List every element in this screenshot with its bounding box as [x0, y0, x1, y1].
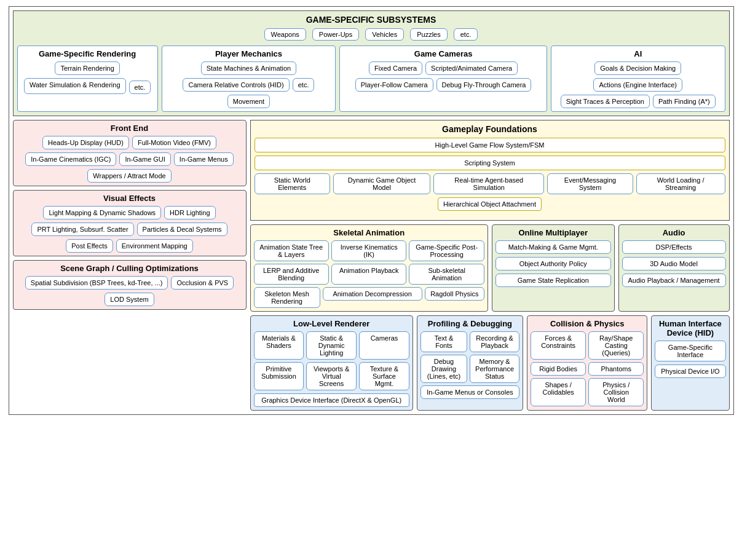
renderer-title: Low-Level Renderer: [254, 319, 409, 328]
audio-items: DSP/Effects 3D Audio Model Audio Playbac…: [622, 240, 726, 287]
sg-occlusion: Occlusion & PVS: [171, 276, 234, 290]
rend-texture: Texture & Surface Mgmt.: [359, 362, 409, 390]
fe-wrappers: Wrappers / Attract Mode: [87, 169, 171, 183]
gs-water: Water Simulation & Rendering: [24, 78, 126, 94]
rend-viewports: Viewports & Virtual Screens: [306, 362, 357, 390]
gs-fixed: Fixed Camera: [369, 61, 422, 75]
prof-recording: Recording & Playback: [470, 331, 519, 352]
game-specific-title: GAME-SPECIFIC SUBSYSTEMS: [17, 15, 725, 25]
prof-text: Text & Fonts: [420, 331, 467, 352]
frontend-title: Front End: [17, 124, 243, 133]
gp-static: Static World Elements: [255, 173, 330, 194]
audio-panel: Audio DSP/Effects 3D Audio Model Audio P…: [618, 224, 730, 312]
col-rayshape: Ray/Shape Casting (Queries): [588, 331, 644, 360]
gs-rendering-col: Game-Specific Rendering Terrain Renderin…: [17, 45, 158, 112]
gs-rendering-items: Terrain Rendering Water Simulation & Ren…: [21, 61, 154, 94]
gp-dynamic: Dynamic Game Object Model: [333, 173, 430, 194]
audio-3d: 3D Audio Model: [622, 257, 726, 270]
top-item-vehicles: Vehicles: [365, 28, 404, 41]
hid-physical: Physical Device I/O: [655, 365, 725, 378]
col-forces: Forces & Constraints: [531, 331, 586, 360]
gs-movement: Movement: [227, 95, 270, 108]
vfx-particles: Particles & Decal Systems: [137, 223, 227, 236]
skeletal-bottom: Skeleton Mesh Rendering Animation Decomp…: [254, 287, 484, 308]
gs-cameras-items: Fixed Camera Scripted/Animated Camera Pl…: [343, 61, 543, 92]
skeletal-panel: Skeletal Animation Animation State Tree …: [250, 224, 488, 312]
gs-actions: Actions (Engine Interface): [593, 78, 682, 92]
vfx-posteffects: Post Effects: [66, 239, 113, 253]
skel-gamespecific: Game-Specific Post-Processing: [409, 240, 484, 261]
hid-title: Human Interface Device (HID): [655, 319, 725, 337]
collision-title: Collision & Physics: [531, 319, 644, 328]
skel-decomp-wrap: Animation Decompression: [323, 287, 422, 301]
skel-mesh-wrap: Skeleton Mesh Rendering: [254, 287, 320, 308]
gs-goals: Goals & Decision Making: [594, 61, 681, 75]
vfx-items: Light Mapping & Dynamic Shadows HDR Ligh…: [17, 206, 243, 253]
gs-ai-title: AI: [555, 49, 722, 58]
gameplay-title: Gameplay Foundations: [255, 124, 725, 134]
fe-igc: In-Game Cinematics (IGC): [25, 152, 116, 166]
gameplay-flow: High-Level Game Flow System/FSM: [255, 138, 725, 152]
fe-menus: In-Game Menus: [174, 152, 234, 166]
prof-ingame: In-Game Menus or Consoles: [420, 385, 519, 399]
gameplay-items-row: Static World Elements Dynamic Game Objec…: [255, 173, 725, 194]
frontend-items: Heads-Up Display (HUD) Full-Motion Video…: [17, 136, 243, 183]
gs-statemachines: State Machines & Animation: [201, 61, 297, 75]
vfx-title: Visual Effects: [17, 194, 243, 203]
collision-items: Forces & Constraints Ray/Shape Casting (…: [531, 331, 644, 406]
profiling-items: Text & Fonts Recording & Playback Debug …: [420, 331, 519, 399]
vfx-lightmapping: Light Mapping & Dynamic Shadows: [43, 206, 161, 219]
renderer-panel: Low-Level Renderer Materials & Shaders S…: [250, 315, 413, 411]
rend-materials: Materials & Shaders: [254, 331, 304, 360]
right-col: Gameplay Foundations High-Level Game Flo…: [250, 120, 730, 411]
gameplay-scripting: Scripting System: [255, 156, 725, 170]
online-items: Match-Making & Game Mgmt. Object Authori…: [495, 240, 611, 287]
skel-subskeletal: Sub-skeletal Animation: [409, 264, 484, 285]
col-shapes: Shapes / Colidables: [531, 378, 586, 406]
gs-player-title: Player Mechanics: [165, 49, 333, 58]
gp-realtime: Real-time Agent-based Simulation: [433, 173, 544, 194]
renderer-items-bot: Primitive Submission Viewports & Virtual…: [254, 362, 409, 390]
prof-memory: Memory & Performance Status: [470, 355, 519, 383]
fe-hud: Heads-Up Display (HUD): [42, 136, 129, 149]
left-col: Front End Heads-Up Display (HUD) Full-Mo…: [13, 120, 247, 411]
prof-debug: Debug Drawing (Lines, etc): [420, 355, 467, 383]
audio-playback: Audio Playback / Management: [622, 274, 726, 287]
mid-bottom: Skeletal Animation Animation State Tree …: [250, 224, 730, 312]
gs-etc: etc.: [129, 81, 151, 94]
main-container: GAME-SPECIFIC SUBSYSTEMS Weapons Power-U…: [9, 6, 734, 415]
gs-columns: Game-Specific Rendering Terrain Renderin…: [17, 45, 725, 112]
gs-sight: Sight Traces & Perception: [561, 95, 650, 108]
vfx-envmap: Environment Mapping: [116, 239, 193, 253]
online-gamestate: Game State Replication: [495, 274, 611, 287]
gameplay-panel: Gameplay Foundations High-Level Game Flo…: [250, 120, 730, 221]
col-physics: Physics / Collision World: [588, 378, 644, 406]
renderer-items-top: Materials & Shaders Static & Dynamic Lig…: [254, 331, 409, 360]
skel-playback: Animation Playback: [331, 264, 406, 285]
gameplay-hier: Hierarchical Object Attachment: [438, 197, 542, 211]
sg-lod: LOD System: [105, 293, 154, 306]
top-item-etc: etc.: [454, 28, 478, 41]
gp-world: World Loading / Streaming: [636, 173, 725, 194]
hid-gamespecific: Game-Specific Interface: [655, 341, 725, 361]
online-panel: Online Multiplayer Match-Making & Game M…: [492, 224, 615, 312]
gs-ai-col: AI Goals & Decision Making Actions (Engi…: [551, 45, 725, 112]
lower-half: Front End Heads-Up Display (HUD) Full-Mo…: [13, 120, 730, 411]
skeletal-row2: LERP and Additive Blending Animation Pla…: [254, 264, 484, 285]
gs-player-col: Player Mechanics State Machines & Animat…: [162, 45, 336, 112]
hid-items: Game-Specific Interface Physical Device …: [655, 341, 725, 378]
gs-cameras-title: Game Cameras: [343, 49, 543, 58]
vfx-prt: PRT Lighting, Subsurf. Scatter: [31, 223, 133, 236]
audio-dsp: DSP/Effects: [622, 240, 726, 254]
profiling-title: Profiling & Debugging: [420, 319, 519, 328]
fe-gui: In-Game GUI: [119, 152, 170, 166]
col-rigid: Rigid Bodies: [531, 362, 586, 376]
gs-terrain: Terrain Rendering: [55, 61, 119, 75]
gs-playerfollow: Player-Follow Camera: [355, 78, 433, 92]
skel-ik: Inverse Kinematics (IK): [331, 240, 406, 261]
rend-cameras: Cameras: [359, 331, 409, 360]
skel-ragdoll: Ragdoll Physics: [425, 287, 484, 301]
top-item-puzzles: Puzzles: [410, 28, 448, 41]
profiling-panel: Profiling & Debugging Text & Fonts Recor…: [417, 315, 523, 411]
online-matchmaking: Match-Making & Game Mgmt.: [495, 240, 611, 254]
